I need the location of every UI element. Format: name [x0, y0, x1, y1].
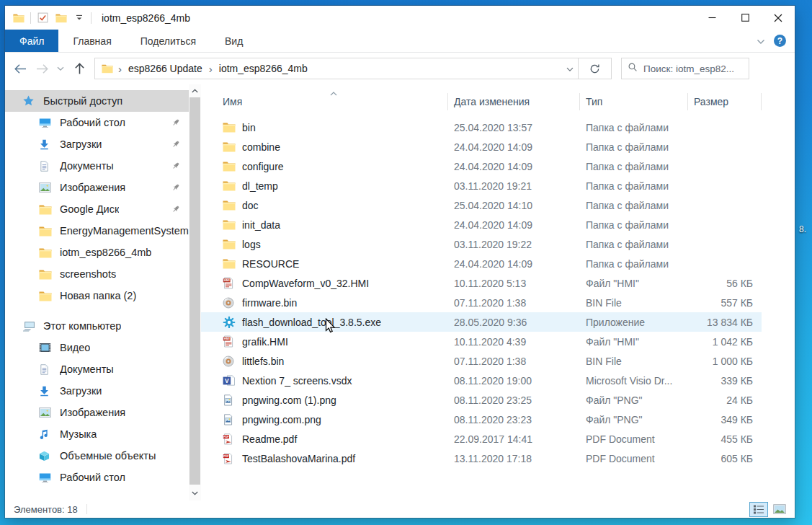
maximize-button[interactable]: [728, 6, 762, 30]
file-date-cell: 08.11.2020 23:23: [448, 414, 580, 425]
sidebar-item-label: Рабочий стол: [60, 117, 125, 128]
file-row[interactable]: logs03.11.2020 19:22Папка с файлами: [201, 234, 762, 254]
file-name: combine: [242, 141, 280, 153]
computer-icon: [22, 319, 37, 332]
recent-locations-chevron[interactable]: [53, 58, 68, 79]
file-name: RESOURCE: [242, 258, 299, 270]
thumbnails-view-icon: [773, 504, 786, 514]
file-name: pngwing.com.png: [242, 414, 321, 425]
desktop-icon: [39, 116, 53, 129]
file-row[interactable]: dl_temp03.11.2020 19:21Папка с файлами: [201, 176, 762, 195]
breadcrumb-item[interactable]: esp8266 Update: [127, 63, 204, 74]
window-folder-icon: [12, 12, 24, 24]
file-date-cell: 24.04.2020 14:09: [448, 141, 580, 153]
file-row[interactable]: littlefs.bin07.11.2020 1:38BIN File1 000…: [201, 351, 762, 371]
scrollbar-up-arrow[interactable]: [189, 84, 201, 97]
file-list-pane: ИмяДата измененияТипРазмер bin25.04.2020…: [201, 84, 795, 500]
sidebar-item[interactable]: screenshots: [5, 263, 189, 285]
sidebar-item[interactable]: Видео: [5, 337, 189, 358]
file-name-cell: HMIgrafik.HMI: [217, 335, 448, 348]
search-input[interactable]: [643, 63, 737, 74]
scrollbar-thumb[interactable]: [189, 97, 200, 485]
column-header-size[interactable]: Размер: [688, 93, 762, 110]
properties-check-icon[interactable]: [37, 12, 49, 24]
file-row[interactable]: HMICompWaveform_v0_32.HMI10.11.2020 5:13…: [201, 273, 762, 293]
file-row[interactable]: bin25.04.2020 13:57Папка с файлами: [201, 118, 762, 137]
forward-button[interactable]: [31, 58, 53, 79]
sidebar-item[interactable]: EnergyManagementSystemN: [5, 220, 189, 242]
sidebar-item[interactable]: Загрузки: [5, 380, 189, 402]
file-type-cell: Файл "HMI": [580, 278, 688, 289]
file-row[interactable]: RESOURCE24.04.2020 14:09Папка с файлами: [201, 254, 762, 273]
help-button[interactable]: ?: [774, 35, 786, 47]
sidebar-item[interactable]: Загрузки: [5, 133, 189, 155]
breadcrumb: ›esp8266 Update›iotm_esp8266_4mb: [113, 63, 309, 75]
file-date-cell: 07.11.2020 1:38: [448, 297, 580, 309]
file-row[interactable]: pngwing.com.png08.11.2020 23:23Файл "PNG…: [201, 410, 762, 429]
file-date-cell: 28.05.2020 9:36: [448, 317, 580, 328]
close-icon: [774, 14, 782, 22]
sidebar-item-label: EnergyManagementSystemN: [60, 225, 189, 237]
close-button[interactable]: [762, 6, 795, 30]
sidebar-item[interactable]: Документы: [5, 358, 189, 380]
search-box[interactable]: [621, 58, 749, 79]
scrollbar-down-arrow[interactable]: [189, 487, 201, 499]
ribbon-tab[interactable]: Главная: [58, 30, 125, 52]
new-folder-icon[interactable]: [55, 12, 67, 24]
sidebar-item[interactable]: Рабочий стол: [5, 467, 189, 488]
sidebar-item[interactable]: Этот компьютер: [5, 315, 189, 337]
svg-text:PDF: PDF: [223, 436, 229, 438]
ribbon-tab[interactable]: Поделиться: [126, 30, 210, 52]
sidebar-item[interactable]: Изображения: [5, 402, 189, 423]
file-size-cell: 13 834 КБ: [688, 317, 762, 328]
file-name: logs: [242, 239, 261, 250]
sidebar-item[interactable]: Рабочий стол: [5, 112, 189, 133]
bin-file-icon: [223, 296, 236, 309]
address-dropdown-chevron[interactable]: [566, 62, 574, 75]
file-row[interactable]: VNextion 7_ screens.vsdx08.11.2020 19:00…: [201, 371, 762, 390]
file-row[interactable]: flash_download_tool_3.8.5.exe28.05.2020 …: [201, 312, 762, 332]
ribbon-expand-chevron-icon[interactable]: [757, 35, 765, 48]
sidebar-item[interactable]: Google Диск: [5, 198, 189, 220]
qat-divider: [30, 12, 31, 24]
file-row[interactable]: combine24.04.2020 14:09Папка с файлами: [201, 137, 762, 156]
ribbon-tab[interactable]: Вид: [210, 30, 257, 52]
details-view-button[interactable]: [749, 502, 768, 517]
sidebar-item[interactable]: Новая папка (2): [5, 285, 189, 306]
refresh-button[interactable]: [579, 58, 612, 79]
file-name-cell: logs: [217, 238, 448, 250]
thumbnails-view-button[interactable]: [770, 502, 789, 517]
file-row[interactable]: pngwing.com (1).png08.11.2020 23:25Файл …: [201, 390, 762, 410]
column-header-type[interactable]: Тип: [580, 93, 688, 110]
minimize-button[interactable]: [695, 6, 728, 30]
address-bar[interactable]: ›esp8266 Update›iotm_esp8266_4mb: [94, 58, 579, 79]
ribbon-tab[interactable]: Файл: [5, 30, 58, 52]
file-row[interactable]: init_data24.04.2020 14:09Папка с файлами: [201, 215, 762, 234]
file-name-cell: pngwing.com.png: [217, 413, 448, 425]
sidebar-item-label: Документы: [60, 160, 114, 172]
sidebar-item[interactable]: Музыка: [5, 423, 189, 445]
file-row[interactable]: configure24.04.2020 14:09Папка с файлами: [201, 156, 762, 176]
sidebar-item[interactable]: Быстрый доступ: [5, 90, 189, 112]
refresh-icon: [589, 63, 600, 74]
file-row[interactable]: PDFReadme.pdf22.09.2017 14:41PDF Documen…: [201, 429, 762, 449]
sidebar-scrollbar[interactable]: [189, 84, 201, 500]
sidebar-item[interactable]: Изображения: [5, 177, 189, 198]
back-button[interactable]: [9, 58, 31, 79]
sidebar-item[interactable]: Объемные объекты: [5, 445, 189, 467]
qat-customize-icon[interactable]: [73, 12, 85, 24]
pdf-file-icon: PDF: [223, 433, 236, 445]
column-header-date[interactable]: Дата изменения: [448, 93, 580, 110]
sidebar-item[interactable]: iotm_esp8266_4mb: [5, 242, 189, 263]
file-name-cell: pngwing.com (1).png: [217, 394, 448, 406]
file-row[interactable]: PDFTestBalashovaMarina.pdf13.11.2020 17:…: [201, 449, 762, 468]
sidebar-item[interactable]: Документы: [5, 155, 189, 177]
breadcrumb-item[interactable]: iotm_esp8266_4mb: [218, 63, 309, 74]
pictures-icon: [39, 181, 53, 194]
up-button[interactable]: [68, 58, 90, 79]
file-row[interactable]: doc25.04.2020 14:10Папка с файлами: [201, 195, 762, 215]
file-row[interactable]: HMIgrafik.HMI10.11.2020 4:39Файл "HMI"1 …: [201, 332, 762, 351]
file-row[interactable]: firmware.bin07.11.2020 1:38BIN File557 К…: [201, 293, 762, 312]
sidebar-item-label: Этот компьютер: [43, 320, 121, 332]
sort-ascending-caret-icon[interactable]: [330, 86, 337, 99]
